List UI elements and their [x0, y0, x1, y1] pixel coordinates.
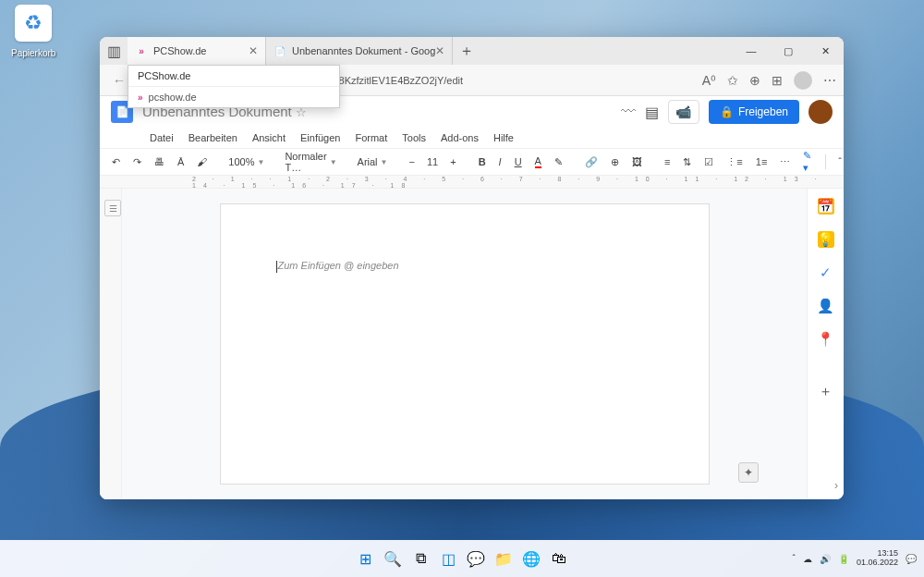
activity-icon[interactable]: 〰 — [621, 104, 636, 120]
menu-help[interactable]: Hilfe — [488, 130, 519, 145]
undo-button[interactable]: ↶ — [107, 153, 125, 171]
close-icon[interactable]: ✕ — [435, 44, 444, 57]
toolbar: ↶ ↷ 🖶 Ā 🖌 100%▼ Normaler T…▼ Arial▼ − 11… — [100, 148, 844, 176]
addons-icon[interactable]: ＋ — [818, 383, 834, 399]
line-spacing-button[interactable]: ⇅ — [678, 153, 696, 171]
font-decrease-button[interactable]: − — [405, 153, 419, 170]
menu-addons[interactable]: Add-ons — [435, 130, 484, 145]
favorite-icon[interactable]: ✩ — [727, 73, 738, 88]
explorer-button[interactable]: 📁 — [492, 547, 515, 570]
redo-button[interactable]: ↷ — [128, 153, 146, 171]
start-button[interactable]: ⊞ — [354, 547, 376, 570]
comment-icon[interactable]: ▤ — [645, 104, 659, 121]
tab-pcshow[interactable]: » PCShow.de ✕ — [128, 37, 266, 65]
read-aloud-icon[interactable]: A⁰ — [702, 73, 716, 88]
paint-format-button[interactable]: 🖌 — [192, 153, 212, 170]
profile-avatar[interactable] — [794, 71, 812, 90]
placeholder-text: Zum Einfügen @ eingeben — [276, 260, 399, 271]
collapse-panel-icon[interactable]: › — [834, 479, 838, 492]
recycle-bin[interactable]: ♻ Papierkorb — [11, 5, 55, 60]
lock-icon: 🔒 — [720, 105, 734, 118]
italic-button[interactable]: I — [494, 153, 506, 170]
maps-icon[interactable]: 📍 — [818, 331, 834, 348]
favicon-pcshow: » — [135, 44, 148, 57]
ruler-vertical[interactable] — [100, 189, 122, 499]
favicon-docs: 📄 — [274, 44, 286, 57]
menu-tools[interactable]: Tools — [396, 130, 432, 145]
hide-menus-button[interactable]: ˆ — [833, 153, 844, 170]
recycle-bin-icon: ♻ — [15, 5, 52, 42]
close-icon[interactable]: ✕ — [249, 44, 258, 57]
tab-title: Unbenanntes Dokument - Goog — [292, 45, 435, 56]
menu-edit[interactable]: Bearbeiten — [183, 130, 243, 145]
highlight-button[interactable]: ✎ — [550, 153, 567, 171]
chat-button[interactable]: 💬 — [465, 547, 487, 570]
comment-button[interactable]: ⊕ — [606, 153, 624, 171]
menu-icon[interactable]: ⋯ — [823, 73, 836, 88]
store-button[interactable]: 🛍 — [548, 547, 570, 570]
text-color-button[interactable]: A — [530, 153, 546, 171]
clock[interactable]: 13:15 01.06.2022 — [857, 549, 898, 568]
tab-docs[interactable]: 📄 Unbenanntes Dokument - Goog ✕ — [266, 37, 453, 65]
menu-format[interactable]: Format — [349, 130, 393, 145]
browser-window: ▥ » PCShow.de ✕ 📄 Unbenanntes Dokument -… — [100, 37, 844, 499]
menu-file[interactable]: Datei — [144, 130, 179, 145]
page[interactable]: Zum Einfügen @ eingeben — [220, 203, 710, 485]
explore-button[interactable]: ✦ — [738, 462, 759, 483]
menu-view[interactable]: Ansicht — [247, 130, 291, 145]
tray-chevron-icon[interactable]: ˆ — [793, 554, 796, 564]
align-button[interactable]: ≡ — [660, 153, 675, 170]
tab-actions-icon[interactable]: ▥ — [100, 37, 128, 65]
recycle-bin-label: Papierkorb — [11, 48, 55, 58]
taskview-button[interactable]: ⧉ — [409, 547, 432, 570]
extensions-icon[interactable]: ⊞ — [772, 73, 783, 88]
calendar-icon[interactable]: 📅 — [818, 198, 834, 215]
minimize-button[interactable]: — — [733, 37, 770, 65]
edge-button[interactable]: 🌐 — [520, 547, 542, 570]
taskbar: ⊞ 🔍 ⧉ ◫ 💬 📁 🌐 🛍 ˆ ☁ 🔊 🔋 13:15 01.06.2022… — [0, 540, 924, 577]
suggest-header: PCShow.de — [128, 66, 339, 87]
titlebar: ▥ » PCShow.de ✕ 📄 Unbenanntes Dokument -… — [100, 37, 844, 65]
widgets-button[interactable]: ◫ — [437, 547, 459, 570]
contacts-icon[interactable]: 👤 — [818, 298, 834, 314]
document-area: ☰ Zum Einfügen @ eingeben ✦ — [100, 189, 807, 499]
bullet-list-button[interactable]: ⋮≡ — [722, 153, 747, 171]
outline-icon[interactable]: ☰ — [104, 200, 121, 216]
editing-mode-button[interactable]: ✎ ▾ — [798, 147, 816, 177]
meet-button[interactable]: 📹 — [668, 100, 699, 124]
network-icon[interactable]: 🔋 — [838, 554, 849, 564]
user-avatar[interactable] — [808, 100, 833, 124]
tasks-icon[interactable]: ✓ — [818, 264, 834, 281]
volume-icon[interactable]: 🔊 — [820, 554, 831, 564]
notifications-icon[interactable]: 💬 — [906, 554, 917, 564]
search-button[interactable]: 🔍 — [382, 547, 404, 570]
numbered-list-button[interactable]: 1≡ — [751, 153, 772, 170]
font-increase-button[interactable]: + — [445, 153, 460, 170]
collections-icon[interactable]: ⊕ — [749, 73, 760, 88]
underline-button[interactable]: U — [510, 153, 527, 170]
font-size[interactable]: 11 — [423, 154, 442, 169]
url-suggest-dropdown: PCShow.de » pcshow.de — [128, 65, 340, 108]
checklist-button[interactable]: ☑ — [699, 153, 718, 171]
close-window-button[interactable]: ✕ — [807, 37, 844, 65]
link-button[interactable]: 🔗 — [580, 153, 602, 171]
keep-icon[interactable]: 💡 — [818, 231, 834, 248]
menu-insert[interactable]: Einfügen — [295, 130, 346, 145]
suggest-item[interactable]: » pcshow.de — [128, 87, 339, 107]
new-tab-button[interactable]: ＋ — [453, 37, 480, 65]
font-dropdown[interactable]: Arial▼ — [354, 154, 392, 169]
share-button[interactable]: 🔒 Freigeben — [709, 100, 799, 124]
maximize-button[interactable]: ▢ — [770, 37, 807, 65]
style-dropdown[interactable]: Normaler T…▼ — [281, 149, 340, 175]
more-button[interactable]: ⋯ — [775, 153, 795, 171]
system-tray: ˆ ☁ 🔊 🔋 13:15 01.06.2022 💬 — [793, 549, 917, 568]
tab-title: PCShow.de — [153, 45, 206, 56]
image-button[interactable]: 🖼 — [627, 153, 647, 170]
print-button[interactable]: 🖶 — [150, 153, 169, 170]
spellcheck-button[interactable]: Ā — [173, 153, 188, 170]
zoom-dropdown[interactable]: 100%▼ — [225, 154, 268, 169]
menu-bar: Datei Bearbeiten Ansicht Einfügen Format… — [100, 128, 844, 148]
ruler-horizontal[interactable]: 2 · 1 · · 1 · 2 · 3 · 4 · 5 · 6 · 7 · 8 … — [100, 176, 844, 189]
onedrive-icon[interactable]: ☁ — [803, 554, 812, 564]
bold-button[interactable]: B — [474, 153, 491, 170]
